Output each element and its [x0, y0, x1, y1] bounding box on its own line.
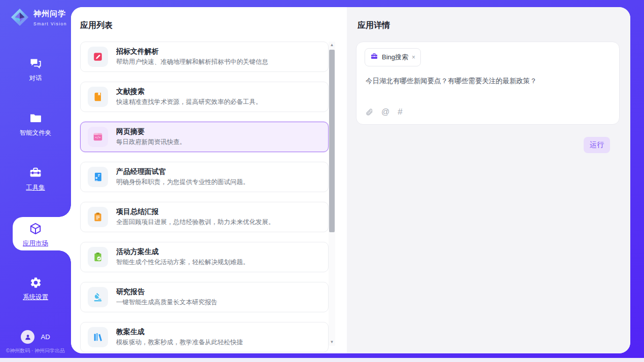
- browser-code-icon: </>: [88, 127, 108, 147]
- app-card[interactable]: 产品经理面试官 明确身份和职责，为您提供专业性的面试问题。: [80, 162, 329, 192]
- folder-icon: [29, 112, 42, 125]
- logo-title: 神州问学: [33, 9, 66, 18]
- app-card-title: 研究报告: [116, 287, 218, 297]
- query-card[interactable]: Bing搜索 × 今日湖北有哪些新闻要点？有哪些需要关注的最新政策？ @ #: [356, 42, 620, 125]
- user-name: AD: [41, 333, 50, 341]
- app-list-panel: 应用列表 招标文件解析 帮助用户快速、准确地理解和解析招标书中的关键信息 文献搜…: [71, 7, 347, 353]
- logo-subtitle: Smart Vision: [33, 21, 67, 26]
- hashtag-icon[interactable]: #: [398, 107, 402, 117]
- sidebar-item-app-market[interactable]: 应用市场: [0, 222, 71, 248]
- microscope-icon: [88, 287, 108, 307]
- app-list-title: 应用列表: [80, 20, 113, 31]
- app-card[interactable]: 文献搜索 快速精准查找学术资源，提高研究效率的必备工具。: [80, 82, 329, 112]
- user-row[interactable]: AD: [0, 330, 71, 344]
- attachment-icon[interactable]: [366, 108, 373, 116]
- svg-text:</>: </>: [95, 135, 101, 139]
- app-frame: 神州问学 Smart Vision 对话 智能文件夹 工具集 应用市场 系统设置…: [0, 0, 644, 358]
- toolbox-icon: [29, 166, 42, 179]
- app-card-description: 智能生成个性化活动方案，轻松解决规划难题。: [116, 258, 249, 267]
- app-card[interactable]: 教案生成 模板驱动，教案秒成，教学准备从此轻松快捷: [80, 322, 329, 352]
- app-card-description: 一键智能生成高质量长文本研究报告: [116, 298, 218, 307]
- scrollbar-thumb[interactable]: [329, 50, 335, 232]
- app-card-title: 教案生成: [116, 328, 243, 337]
- app-card-title: 招标文件解析: [116, 47, 268, 56]
- book-icon: [88, 87, 108, 107]
- app-detail-title: 应用详情: [357, 20, 390, 31]
- app-card-description: 每日政府新闻资讯快查。: [116, 138, 186, 147]
- sidebar-item-folders[interactable]: 智能文件夹: [0, 112, 71, 137]
- sidebar-item-settings[interactable]: 系统设置: [0, 276, 71, 302]
- app-card-description: 模板驱动，教案秒成，教学准备从此轻松快捷: [116, 338, 243, 347]
- app-card-title: 产品经理面试官: [116, 167, 249, 176]
- app-logo: 神州问学 Smart Vision: [10, 8, 71, 29]
- sidebar: 神州问学 Smart Vision 对话 智能文件夹 工具集 应用市场 系统设置…: [0, 0, 71, 358]
- app-card-description: 全面回顾项目进展，总结经验教训，助力未来优化发展。: [116, 218, 275, 227]
- app-card-title: 文献搜索: [116, 87, 262, 96]
- user-icon: [24, 333, 32, 341]
- app-card-list: 招标文件解析 帮助用户快速、准确地理解和解析招标书中的关键信息 文献搜索 快速精…: [80, 42, 329, 353]
- app-detail-panel: 应用详情 Bing搜索 × 今日湖北有哪些新闻要点？有哪些需要关注的最新政: [347, 7, 630, 353]
- app-card[interactable]: 招标文件解析 帮助用户快速、准确地理解和解析招标书中的关键信息: [80, 42, 329, 72]
- briefcase-icon: [370, 52, 378, 62]
- copyright-footer: ©神州数码 · 神州问学出品: [0, 347, 71, 354]
- scroll-down-arrow-icon[interactable]: ▼: [329, 339, 335, 346]
- tag-close-icon[interactable]: ×: [412, 54, 415, 60]
- sidebar-item-tools[interactable]: 工具集: [0, 166, 71, 192]
- app-card-description: 快速精准查找学术资源，提高研究效率的必备工具。: [116, 98, 262, 106]
- app-card-title: 网页摘要: [116, 127, 186, 136]
- query-text[interactable]: 今日湖北有哪些新闻要点？有哪些需要关注的最新政策？: [366, 77, 610, 86]
- tool-tag-bing[interactable]: Bing搜索 ×: [365, 48, 421, 66]
- tool-tag-label: Bing搜索: [382, 53, 408, 62]
- app-card[interactable]: 研究报告 一键智能生成高质量长文本研究报告: [80, 282, 329, 312]
- clipboard-icon: [88, 207, 108, 227]
- app-card[interactable]: 项目总结汇报 全面回顾项目进展，总结经验教训，助力未来优化发展。: [80, 202, 329, 232]
- clipboard-check-icon: [88, 247, 108, 267]
- list-scrollbar[interactable]: ▲ ▼: [329, 42, 335, 346]
- mention-icon[interactable]: @: [381, 107, 389, 117]
- app-card[interactable]: </> 网页摘要 每日政府新闻资讯快查。: [80, 122, 329, 152]
- sidebar-item-chat[interactable]: 对话: [0, 57, 71, 83]
- gear-icon: [29, 276, 42, 289]
- app-card-title: 项目总结汇报: [116, 207, 275, 216]
- content-window: 应用列表 招标文件解析 帮助用户快速、准确地理解和解析招标书中的关键信息 文献搜…: [71, 7, 630, 353]
- app-card[interactable]: 活动方案生成 智能生成个性化活动方案，轻松解决规划难题。: [80, 242, 329, 272]
- app-card-description: 明确身份和职责，为您提供专业性的面试问题。: [116, 178, 249, 187]
- chat-icon: [29, 57, 42, 70]
- scroll-up-arrow-icon[interactable]: ▲: [329, 42, 335, 49]
- run-button[interactable]: 运行: [584, 137, 610, 153]
- books-icon: [88, 327, 108, 347]
- composer-actions: @ #: [366, 107, 403, 117]
- cube-icon: [29, 222, 42, 235]
- app-card-title: 活动方案生成: [116, 247, 249, 257]
- app-card-description: 帮助用户快速、准确地理解和解析招标书中的关键信息: [116, 58, 268, 66]
- person-document-icon: [88, 167, 108, 187]
- document-edit-icon: [88, 47, 108, 67]
- avatar[interactable]: [21, 330, 34, 344]
- logo-diamond-icon: [10, 8, 29, 29]
